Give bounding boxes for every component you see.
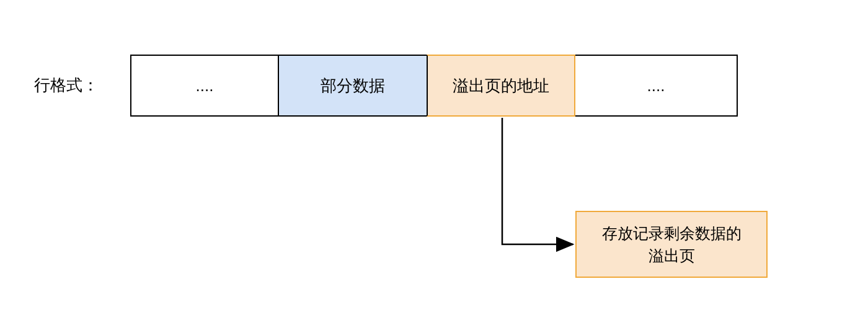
cell-partial-data: 部分数据 — [279, 55, 428, 117]
overflow-page-text: 存放记录剩余数据的 溢出页 — [602, 222, 742, 267]
overflow-page-box: 存放记录剩余数据的 溢出页 — [575, 211, 768, 278]
overflow-page-line1: 存放记录剩余数据的 — [602, 224, 742, 242]
diagram-canvas: 行格式： .... 部分数据 溢出页的地址 .... 存放记录剩余数据的 溢出页 — [0, 0, 868, 315]
cell-trailing-ellipsis: .... — [575, 55, 738, 117]
cell-leading-ellipsis: .... — [130, 55, 279, 117]
row-format-record: .... 部分数据 溢出页的地址 .... — [130, 55, 738, 118]
row-format-label: 行格式： — [34, 74, 99, 96]
cell-overflow-page-address: 溢出页的地址 — [427, 55, 575, 117]
overflow-page-line2: 溢出页 — [649, 247, 695, 264]
